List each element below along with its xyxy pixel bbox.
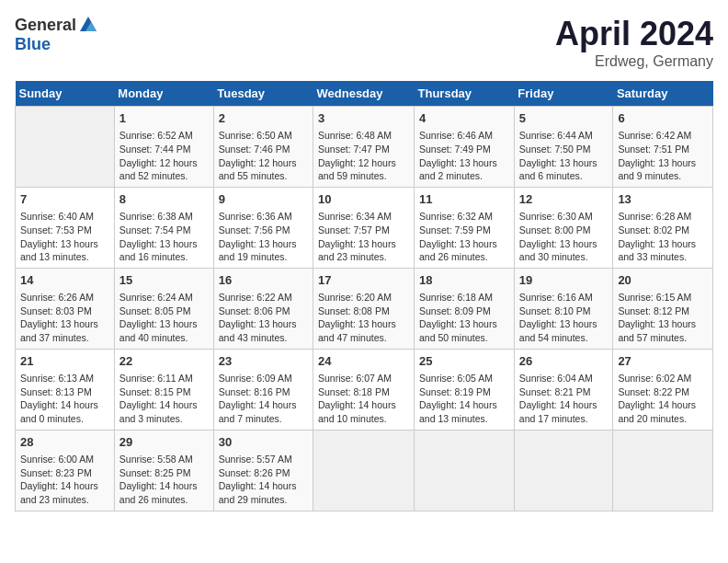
day-number: 3 — [318, 110, 409, 127]
calendar-cell: 16Sunrise: 6:22 AM Sunset: 8:06 PM Dayli… — [213, 268, 313, 349]
day-header-thursday: Thursday — [415, 81, 515, 107]
calendar-cell: 12Sunrise: 6:30 AM Sunset: 8:00 PM Dayli… — [514, 187, 613, 268]
day-info: Sunrise: 6:15 AM Sunset: 8:12 PM Dayligh… — [618, 291, 708, 345]
day-number: 7 — [20, 191, 109, 208]
day-info: Sunrise: 6:34 AM Sunset: 7:57 PM Dayligh… — [318, 210, 409, 264]
calendar-cell: 6Sunrise: 6:42 AM Sunset: 7:51 PM Daylig… — [613, 107, 713, 188]
day-number: 6 — [618, 110, 708, 127]
calendar-cell: 21Sunrise: 6:13 AM Sunset: 8:13 PM Dayli… — [16, 349, 115, 430]
day-info: Sunrise: 6:42 AM Sunset: 7:51 PM Dayligh… — [618, 129, 708, 183]
calendar-cell — [16, 107, 115, 188]
day-info: Sunrise: 6:07 AM Sunset: 8:18 PM Dayligh… — [318, 372, 409, 426]
day-number: 9 — [219, 191, 308, 208]
calendar-cell: 15Sunrise: 6:24 AM Sunset: 8:05 PM Dayli… — [114, 268, 213, 349]
day-info: Sunrise: 6:13 AM Sunset: 8:13 PM Dayligh… — [20, 372, 109, 426]
day-info: Sunrise: 6:18 AM Sunset: 8:09 PM Dayligh… — [419, 291, 509, 345]
day-number: 22 — [119, 353, 209, 370]
month-title: April 2024 — [555, 15, 713, 53]
calendar-cell: 28Sunrise: 6:00 AM Sunset: 8:23 PM Dayli… — [16, 430, 115, 511]
day-number: 21 — [20, 353, 109, 370]
week-row-2: 7Sunrise: 6:40 AM Sunset: 7:53 PM Daylig… — [16, 187, 713, 268]
calendar-cell: 25Sunrise: 6:05 AM Sunset: 8:19 PM Dayli… — [415, 349, 515, 430]
calendar-cell: 7Sunrise: 6:40 AM Sunset: 7:53 PM Daylig… — [16, 187, 115, 268]
day-info: Sunrise: 6:26 AM Sunset: 8:03 PM Dayligh… — [20, 291, 109, 345]
day-header-monday: Monday — [114, 81, 213, 107]
day-number: 15 — [119, 272, 209, 289]
location: Erdweg, Germany — [555, 53, 713, 70]
day-info: Sunrise: 6:00 AM Sunset: 8:23 PM Dayligh… — [20, 453, 109, 507]
calendar-cell: 3Sunrise: 6:48 AM Sunset: 7:47 PM Daylig… — [313, 107, 415, 188]
calendar-cell: 18Sunrise: 6:18 AM Sunset: 8:09 PM Dayli… — [415, 268, 515, 349]
day-header-sunday: Sunday — [16, 81, 115, 107]
day-number: 24 — [318, 353, 409, 370]
calendar-cell: 13Sunrise: 6:28 AM Sunset: 8:02 PM Dayli… — [613, 187, 713, 268]
day-info: Sunrise: 6:05 AM Sunset: 8:19 PM Dayligh… — [419, 372, 509, 426]
day-info: Sunrise: 6:11 AM Sunset: 8:15 PM Dayligh… — [119, 372, 209, 426]
day-info: Sunrise: 6:50 AM Sunset: 7:46 PM Dayligh… — [219, 129, 308, 183]
day-info: Sunrise: 6:02 AM Sunset: 8:22 PM Dayligh… — [618, 372, 708, 426]
calendar-cell: 30Sunrise: 5:57 AM Sunset: 8:26 PM Dayli… — [213, 430, 313, 511]
calendar-cell: 27Sunrise: 6:02 AM Sunset: 8:22 PM Dayli… — [613, 349, 713, 430]
day-number: 12 — [519, 191, 609, 208]
page-header: General Blue April 2024 Erdweg, Germany — [15, 15, 713, 70]
day-number: 28 — [20, 434, 109, 451]
day-number: 4 — [419, 110, 509, 127]
day-info: Sunrise: 6:22 AM Sunset: 8:06 PM Dayligh… — [219, 291, 308, 345]
calendar-cell: 8Sunrise: 6:38 AM Sunset: 7:54 PM Daylig… — [114, 187, 213, 268]
day-number: 14 — [20, 272, 109, 289]
day-info: Sunrise: 6:46 AM Sunset: 7:49 PM Dayligh… — [419, 129, 509, 183]
day-number: 17 — [318, 272, 409, 289]
calendar-cell: 2Sunrise: 6:50 AM Sunset: 7:46 PM Daylig… — [213, 107, 313, 188]
day-info: Sunrise: 6:40 AM Sunset: 7:53 PM Dayligh… — [20, 210, 109, 264]
day-info: Sunrise: 5:57 AM Sunset: 8:26 PM Dayligh… — [219, 453, 308, 507]
logo-general: General — [15, 16, 76, 35]
day-header-tuesday: Tuesday — [213, 81, 313, 107]
title-block: April 2024 Erdweg, Germany — [555, 15, 713, 70]
calendar-cell: 14Sunrise: 6:26 AM Sunset: 8:03 PM Dayli… — [16, 268, 115, 349]
day-number: 19 — [519, 272, 609, 289]
day-number: 30 — [219, 434, 308, 451]
day-info: Sunrise: 6:44 AM Sunset: 7:50 PM Dayligh… — [519, 129, 609, 183]
day-number: 26 — [519, 353, 609, 370]
calendar-cell: 19Sunrise: 6:16 AM Sunset: 8:10 PM Dayli… — [514, 268, 613, 349]
day-number: 23 — [219, 353, 308, 370]
calendar-cell: 1Sunrise: 6:52 AM Sunset: 7:44 PM Daylig… — [114, 107, 213, 188]
day-number: 10 — [318, 191, 409, 208]
day-number: 8 — [119, 191, 209, 208]
calendar-cell: 5Sunrise: 6:44 AM Sunset: 7:50 PM Daylig… — [514, 107, 613, 188]
week-row-1: 1Sunrise: 6:52 AM Sunset: 7:44 PM Daylig… — [16, 107, 713, 188]
header-row: SundayMondayTuesdayWednesdayThursdayFrid… — [16, 81, 713, 107]
day-info: Sunrise: 6:52 AM Sunset: 7:44 PM Dayligh… — [119, 129, 209, 183]
day-number: 25 — [419, 353, 509, 370]
day-info: Sunrise: 6:24 AM Sunset: 8:05 PM Dayligh… — [119, 291, 209, 345]
calendar-table: SundayMondayTuesdayWednesdayThursdayFrid… — [15, 81, 713, 511]
day-header-wednesday: Wednesday — [313, 81, 415, 107]
day-info: Sunrise: 6:16 AM Sunset: 8:10 PM Dayligh… — [519, 291, 609, 345]
day-number: 20 — [618, 272, 708, 289]
day-info: Sunrise: 5:58 AM Sunset: 8:25 PM Dayligh… — [119, 453, 209, 507]
calendar-cell: 26Sunrise: 6:04 AM Sunset: 8:21 PM Dayli… — [514, 349, 613, 430]
day-number: 1 — [119, 110, 209, 127]
day-info: Sunrise: 6:32 AM Sunset: 7:59 PM Dayligh… — [419, 210, 509, 264]
calendar-cell — [415, 430, 515, 511]
day-number: 16 — [219, 272, 308, 289]
day-header-friday: Friday — [514, 81, 613, 107]
day-info: Sunrise: 6:38 AM Sunset: 7:54 PM Dayligh… — [119, 210, 209, 264]
day-info: Sunrise: 6:30 AM Sunset: 8:00 PM Dayligh… — [519, 210, 609, 264]
logo-blue: Blue — [15, 35, 51, 54]
day-info: Sunrise: 6:28 AM Sunset: 8:02 PM Dayligh… — [618, 210, 708, 264]
week-row-4: 21Sunrise: 6:13 AM Sunset: 8:13 PM Dayli… — [16, 349, 713, 430]
week-row-3: 14Sunrise: 6:26 AM Sunset: 8:03 PM Dayli… — [16, 268, 713, 349]
day-info: Sunrise: 6:09 AM Sunset: 8:16 PM Dayligh… — [219, 372, 308, 426]
day-number: 5 — [519, 110, 609, 127]
day-number: 13 — [618, 191, 708, 208]
calendar-cell: 29Sunrise: 5:58 AM Sunset: 8:25 PM Dayli… — [114, 430, 213, 511]
week-row-5: 28Sunrise: 6:00 AM Sunset: 8:23 PM Dayli… — [16, 430, 713, 511]
calendar-cell — [613, 430, 713, 511]
logo: General Blue — [15, 15, 98, 54]
day-number: 27 — [618, 353, 708, 370]
calendar-cell: 20Sunrise: 6:15 AM Sunset: 8:12 PM Dayli… — [613, 268, 713, 349]
day-header-saturday: Saturday — [613, 81, 713, 107]
day-info: Sunrise: 6:48 AM Sunset: 7:47 PM Dayligh… — [318, 129, 409, 183]
calendar-cell: 17Sunrise: 6:20 AM Sunset: 8:08 PM Dayli… — [313, 268, 415, 349]
